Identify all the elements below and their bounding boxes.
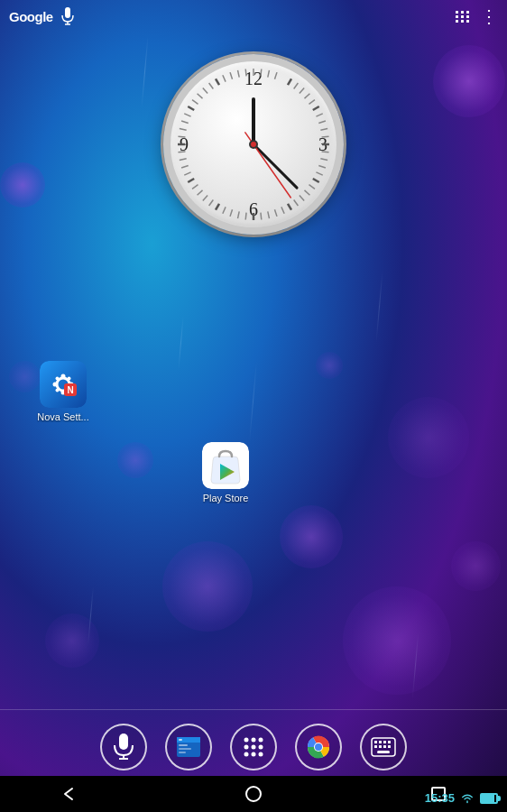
bokeh-1 [433,45,505,117]
play-store-icon-image [202,442,249,489]
bokeh-5 [343,586,451,695]
svg-rect-109 [388,745,391,748]
play-store-icon[interactable]: Play Store [189,442,262,503]
svg-rect-108 [383,745,386,748]
google-search[interactable]: Google [9,7,77,25]
svg-line-26 [294,199,299,205]
svg-line-11 [309,100,314,105]
svg-line-54 [198,94,203,98]
top-right-icons: ⋮ [456,7,498,25]
svg-point-73 [56,377,60,381]
svg-line-21 [316,172,322,175]
dock-chrome-button[interactable] [295,724,342,770]
svg-line-55 [203,88,207,94]
svg-point-94 [259,744,263,749]
svg-point-97 [259,752,263,756]
play-store-label: Play Store [203,493,249,503]
time-display: 15:35 [425,791,455,805]
svg-point-111 [246,787,261,801]
svg-point-100 [315,743,322,751]
svg-rect-106 [374,745,377,748]
svg-line-30 [268,211,270,218]
bokeh-10 [451,541,501,591]
svg-line-46 [178,152,185,152]
svg-point-75 [68,377,71,381]
svg-line-58 [223,75,226,81]
svg-text:N: N [67,385,73,395]
svg-line-63 [254,144,297,188]
svg-line-35 [230,209,232,217]
svg-line-50 [181,121,189,123]
svg-line-15 [320,129,327,131]
bokeh-3 [162,541,253,632]
svg-line-53 [192,100,198,105]
svg-line-44 [181,165,189,167]
svg-line-14 [318,121,326,123]
svg-rect-102 [374,741,377,743]
nova-settings-icon[interactable]: N Nova Sett... [27,361,99,422]
svg-line-7 [288,78,291,85]
svg-point-95 [244,752,249,756]
svg-point-92 [244,744,249,749]
dock-app-drawer-button[interactable] [230,724,277,770]
svg-line-64 [254,144,290,198]
svg-line-60 [238,70,240,78]
svg-line-45 [180,159,187,161]
svg-point-71 [53,383,58,387]
svg-line-25 [300,195,304,200]
svg-line-29 [274,209,276,217]
bokeh-7 [388,397,469,478]
top-bar: Google ⋮ [0,0,507,32]
dock-mic-button[interactable] [100,724,147,770]
svg-line-33 [245,213,246,220]
svg-line-28 [281,207,284,213]
svg-rect-85 [179,739,182,741]
overflow-menu-icon[interactable]: ⋮ [480,7,498,25]
nav-back-button[interactable] [54,780,83,808]
svg-line-22 [313,179,319,182]
dock-browser-button[interactable] [165,724,212,770]
nav-bar: 15:35 [0,776,507,812]
svg-line-57 [216,78,219,85]
svg-line-38 [209,199,214,205]
svg-rect-87 [179,748,191,750]
clock-face: 12 3 6 9 [163,54,344,235]
bokeh-8 [117,442,153,478]
svg-line-34 [238,211,240,218]
svg-line-12 [313,106,319,110]
nova-settings-label: Nova Sett... [37,411,88,422]
svg-line-52 [188,106,194,110]
svg-line-4 [261,69,262,76]
mic-icon[interactable] [59,7,77,25]
svg-line-23 [309,185,314,189]
svg-point-90 [252,737,256,742]
apps-grid-icon[interactable] [456,11,469,23]
clock-widget: 12 3 6 9 [163,54,344,235]
svg-line-37 [216,204,219,210]
svg-rect-88 [179,752,186,753]
svg-line-8 [294,83,299,88]
nav-home-button[interactable] [239,780,268,808]
svg-line-10 [304,94,309,98]
dock-keyboard-button[interactable] [360,724,407,770]
svg-rect-80 [119,734,128,750]
bokeh-4 [280,505,343,568]
svg-line-42 [188,179,194,182]
svg-rect-105 [388,741,391,743]
bokeh-2 [0,162,45,208]
svg-line-51 [184,114,190,116]
svg-line-19 [320,159,327,161]
svg-line-39 [203,195,207,200]
svg-line-5 [268,70,270,78]
svg-point-67 [251,142,256,147]
svg-line-31 [261,213,262,220]
svg-rect-110 [377,751,390,753]
svg-point-91 [259,737,263,742]
svg-point-96 [252,752,256,756]
svg-rect-86 [179,744,188,746]
dock [0,709,507,776]
svg-rect-107 [379,745,382,748]
svg-line-13 [316,114,322,116]
status-bar: 15:35 [425,791,498,805]
svg-line-18 [322,152,329,152]
